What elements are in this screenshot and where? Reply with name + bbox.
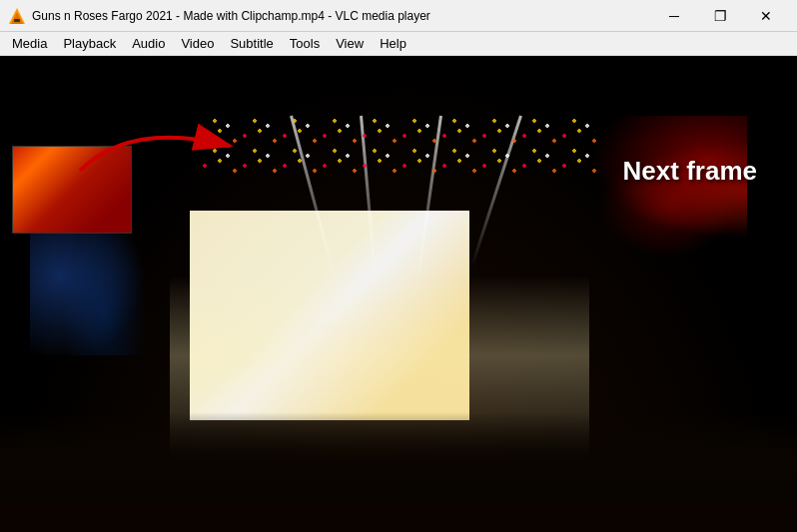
menu-help[interactable]: Help — [372, 34, 414, 53]
menu-audio[interactable]: Audio — [124, 34, 173, 53]
letterbox-bottom — [0, 502, 797, 532]
menu-media[interactable]: Media — [4, 34, 55, 53]
menu-subtitle[interactable]: Subtitle — [222, 34, 281, 53]
title-bar-left: Guns n Roses Fargo 2021 - Made with Clip… — [8, 7, 430, 25]
menu-view[interactable]: View — [328, 34, 372, 53]
red-stage-lights — [547, 116, 747, 266]
menu-playback[interactable]: Playback — [55, 34, 124, 53]
svg-rect-2 — [14, 19, 20, 22]
window-title: Guns n Roses Fargo 2021 - Made with Clip… — [32, 9, 430, 23]
next-frame-label: Next frame — [623, 156, 757, 187]
restore-button[interactable]: ❐ — [697, 0, 743, 32]
close-button[interactable]: ✕ — [743, 0, 789, 32]
menu-tools[interactable]: Tools — [282, 34, 328, 53]
minimize-button[interactable]: ─ — [651, 0, 697, 32]
menu-video[interactable]: Video — [173, 34, 222, 53]
title-bar: Guns n Roses Fargo 2021 - Made with Clip… — [0, 0, 797, 32]
menu-bar: Media Playback Audio Video Subtitle Tool… — [0, 32, 797, 56]
video-area[interactable]: Next frame — [0, 56, 797, 532]
title-bar-controls: ─ ❐ ✕ — [651, 0, 789, 32]
confetti-overlay — [200, 116, 597, 176]
vlc-icon — [8, 7, 26, 25]
